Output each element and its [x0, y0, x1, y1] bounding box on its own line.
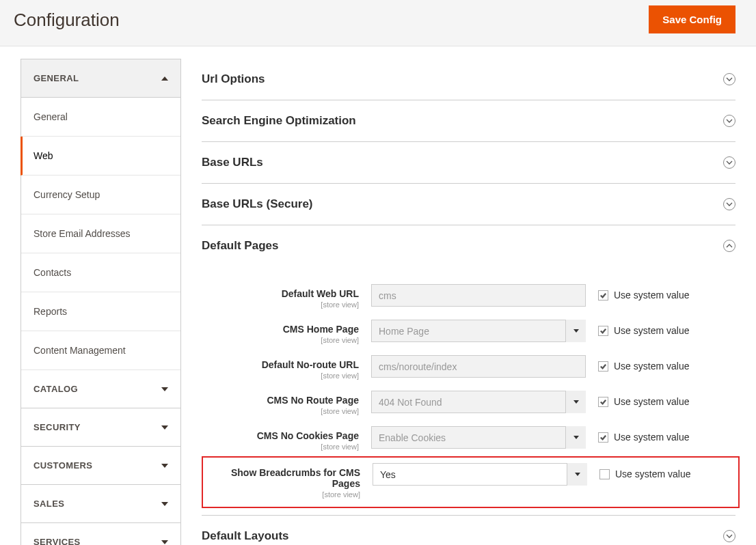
use-system-wrap: Use system value [598, 355, 689, 372]
default-pages-fields: Default Web URL [store view] Use system … [202, 266, 735, 516]
field-label: Default Web URL [store view] [202, 284, 359, 309]
chevron-down-icon [161, 502, 168, 506]
use-system-checkbox[interactable] [599, 469, 610, 479]
save-config-button[interactable]: Save Config [649, 5, 735, 33]
field-cms-nocookies-page: CMS No Cookies Page [store view] Enable … [202, 421, 735, 456]
content-wrapper: GENERAL General Web Currency Setup Store… [0, 46, 756, 545]
sidebar-item-contacts[interactable]: Contacts [21, 253, 180, 292]
section-title: Base URLs [202, 156, 263, 169]
expand-icon [723, 530, 735, 542]
section-base-urls[interactable]: Base URLs [202, 142, 735, 184]
use-system-checkbox[interactable] [598, 326, 608, 336]
expand-icon [723, 73, 735, 85]
field-label: CMS No Route Page [store view] [202, 391, 359, 415]
use-system-wrap: Use system value [598, 284, 689, 301]
sidebar-group-label: SERVICES [33, 537, 81, 545]
sidebar-item-content-management[interactable]: Content Management [21, 331, 180, 370]
sidebar-group-label: SALES [33, 499, 64, 509]
field-cms-home-page: CMS Home Page [store view] Home Page Use… [202, 314, 735, 350]
expand-icon [723, 198, 735, 210]
cms-nocookies-page-select[interactable]: Enable Cookies [371, 426, 586, 449]
chevron-down-icon [161, 387, 168, 391]
use-system-wrap: Use system value [598, 426, 689, 443]
use-system-checkbox[interactable] [598, 361, 608, 372]
field-label: Default No-route URL [store view] [202, 355, 359, 380]
sidebar-group-customers[interactable]: CUSTOMERS [21, 447, 180, 485]
use-system-checkbox[interactable] [598, 432, 608, 443]
chevron-down-icon [161, 540, 168, 544]
sidebar-item-reports[interactable]: Reports [21, 292, 180, 331]
field-label: Show Breadcrumbs for CMS Pages [store vi… [203, 463, 360, 499]
section-title: Default Pages [202, 239, 278, 253]
sidebar-item-general[interactable]: General [21, 98, 180, 137]
section-seo[interactable]: Search Engine Optimization [202, 100, 735, 142]
page-header: Configuration Save Config [0, 0, 756, 46]
default-web-url-input[interactable] [371, 284, 586, 307]
sidebar-group-label: SECURITY [33, 422, 81, 432]
page-title: Configuration [14, 10, 120, 31]
cms-home-page-select[interactable]: Home Page [371, 320, 586, 342]
chevron-down-icon [161, 464, 168, 468]
sidebar-group-label: CATALOG [33, 384, 78, 394]
cms-noroute-page-select[interactable]: 404 Not Found [371, 391, 586, 413]
section-title: Search Engine Optimization [202, 114, 356, 128]
select-caret-icon [565, 391, 586, 413]
sidebar-group-security[interactable]: SECURITY [21, 408, 180, 447]
expand-icon [723, 156, 735, 169]
section-default-layouts[interactable]: Default Layouts [202, 516, 735, 545]
sidebar-group-sales[interactable]: SALES [21, 485, 180, 523]
show-breadcrumbs-select[interactable]: Yes [373, 463, 587, 486]
field-default-web-url: Default Web URL [store view] Use system … [202, 279, 735, 314]
field-label: CMS Home Page [store view] [202, 320, 359, 344]
section-title: Base URLs (Secure) [202, 197, 313, 211]
field-control [371, 284, 586, 307]
field-show-breadcrumbs: Show Breadcrumbs for CMS Pages [store vi… [202, 456, 740, 508]
use-system-wrap: Use system value [599, 463, 690, 479]
default-noroute-url-input[interactable] [371, 355, 586, 378]
use-system-wrap: Use system value [598, 320, 689, 336]
field-label: CMS No Cookies Page [store view] [202, 426, 359, 451]
field-cms-noroute-page: CMS No Route Page [store view] 404 Not F… [202, 385, 735, 421]
section-url-options[interactable]: Url Options [202, 59, 735, 100]
sidebar-group-services[interactable]: SERVICES [21, 523, 180, 545]
section-default-pages[interactable]: Default Pages [202, 225, 735, 266]
section-title: Url Options [202, 72, 265, 86]
field-control [371, 355, 586, 378]
field-control: Enable Cookies [371, 426, 586, 449]
field-control: Home Page [371, 320, 586, 342]
chevron-up-icon [161, 76, 168, 81]
select-caret-icon [567, 463, 587, 486]
sidebar-item-web[interactable]: Web [21, 137, 180, 176]
collapse-icon [723, 240, 735, 252]
field-control: Yes [373, 463, 587, 486]
use-system-checkbox[interactable] [598, 290, 608, 301]
section-title: Default Layouts [202, 529, 289, 543]
sidebar-group-label: CUSTOMERS [33, 460, 92, 471]
select-caret-icon [565, 320, 586, 342]
select-caret-icon [565, 426, 586, 449]
expand-icon [723, 115, 735, 127]
config-sidebar: GENERAL General Web Currency Setup Store… [21, 59, 181, 545]
chevron-down-icon [161, 425, 168, 430]
field-control: 404 Not Found [371, 391, 586, 413]
sidebar-group-label: GENERAL [33, 73, 79, 83]
use-system-checkbox[interactable] [598, 397, 608, 407]
section-base-urls-secure[interactable]: Base URLs (Secure) [202, 184, 735, 225]
sidebar-group-catalog[interactable]: CATALOG [21, 370, 180, 408]
config-main: Url Options Search Engine Optimization B… [202, 59, 735, 545]
field-default-noroute-url: Default No-route URL [store view] Use sy… [202, 350, 735, 385]
use-system-wrap: Use system value [598, 391, 689, 407]
sidebar-group-general[interactable]: GENERAL [21, 59, 180, 98]
sidebar-item-store-email[interactable]: Store Email Addresses [21, 214, 180, 253]
sidebar-item-currency-setup[interactable]: Currency Setup [21, 176, 180, 214]
